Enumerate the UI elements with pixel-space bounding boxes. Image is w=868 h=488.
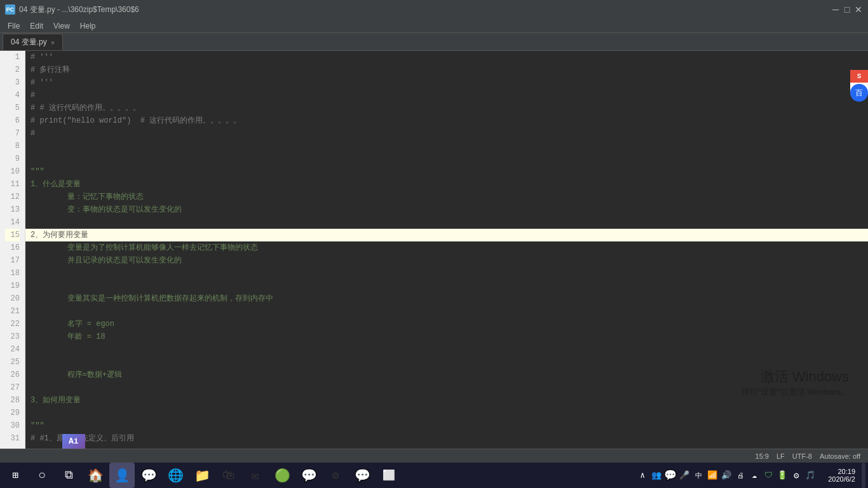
title-bar: PC 04 变量.py - ...\360zip$Temp\360$6 ─ □ …: [0, 0, 868, 19]
tray-settings[interactable]: ⚙: [790, 469, 803, 482]
search-button[interactable]: ○: [29, 463, 55, 488]
line-number: 4: [5, 89, 20, 102]
close-button[interactable]: ✕: [854, 5, 863, 14]
code-line: 并且记录的状态是可以发生变化的: [25, 254, 868, 267]
code-line: #: [25, 89, 868, 102]
taskbar-extra[interactable]: ⬜: [376, 463, 402, 488]
code-line: 2、为何要用变量: [25, 229, 868, 241]
system-clock[interactable]: 20:19 2020/6/2: [823, 468, 860, 483]
line-number: 7: [5, 127, 20, 140]
code-line: 年龄 = 18: [25, 330, 868, 343]
taskbar: ⊞ ○ ⧉ 🏠 👤 💬 🌐 📁 🛍 ✉ 🟢 💬 ⚙ 💬 ⬜ ∧ 👥 💬 🎤 中 …: [0, 463, 868, 488]
tab-file[interactable]: 04 变量.py ×: [3, 34, 63, 50]
line-number: 10: [5, 165, 20, 178]
line-number: 29: [5, 407, 20, 419]
tray-network[interactable]: 📶: [706, 469, 719, 482]
taskbar-chat[interactable]: 💬: [136, 463, 161, 488]
taskview-button[interactable]: ⧉: [56, 463, 81, 488]
line-number: 9: [5, 152, 20, 165]
code-line: # #1、原则: 先定义、后引用: [25, 432, 868, 445]
line-numbers: 1234567891011121314151617181920212223242…: [0, 51, 25, 449]
code-line: [25, 305, 868, 318]
line-number: 12: [5, 191, 20, 203]
code-line: 变量是为了控制计算机能够像人一样去记忆下事物的状态: [25, 241, 868, 254]
taskbar-mail[interactable]: ✉: [243, 463, 268, 488]
tray-music[interactable]: 🎵: [804, 469, 817, 482]
tray-shield[interactable]: 🛡: [762, 469, 775, 482]
taskbar-wechat[interactable]: 💬: [349, 463, 375, 488]
tab-close-button[interactable]: ×: [51, 39, 55, 46]
line-number: 2: [5, 64, 20, 76]
taskbar-folder[interactable]: 📁: [189, 463, 215, 488]
line-number: 31: [5, 432, 20, 445]
code-line: [25, 356, 868, 369]
code-editor[interactable]: # '''# 多行注释# '''## # 这行代码的作用。。。。。# print…: [25, 51, 868, 449]
code-line: # ''': [25, 51, 868, 64]
tray-chat[interactable]: 💬: [664, 469, 677, 482]
encoding: UTF-8: [792, 452, 812, 460]
tab-bar: 04 变量.py ×: [0, 33, 868, 51]
taskbar-green[interactable]: 🟢: [269, 463, 295, 488]
start-button[interactable]: ⊞: [3, 463, 28, 488]
taskbar-person[interactable]: 👤: [109, 463, 135, 488]
code-line: 变量其实是一种控制计算机把数据存起来的机制，存到内存中: [25, 292, 868, 305]
menu-file[interactable]: File: [3, 20, 25, 32]
taskbar-edge[interactable]: 🌐: [163, 463, 188, 488]
menu-help[interactable]: Help: [75, 20, 101, 32]
cursor-position: 15:9: [756, 452, 769, 460]
tray-volume[interactable]: 🔊: [720, 469, 733, 482]
menu-bar: File Edit View Help: [0, 19, 868, 33]
line-number: 21: [5, 305, 20, 318]
line-number: 6: [5, 114, 20, 127]
code-line: # ''': [25, 76, 868, 89]
tray-users[interactable]: 👥: [650, 469, 663, 482]
taskbar-explorer[interactable]: 🏠: [83, 463, 108, 488]
status-bar: 15:9 LF UTF-8 Autosave: off: [0, 449, 868, 463]
autosave-status: Autosave: off: [820, 452, 860, 460]
show-desktop[interactable]: [862, 463, 865, 488]
code-line: [25, 140, 868, 152]
taskbar-msg[interactable]: 💬: [296, 463, 322, 488]
tray-cloud[interactable]: ☁: [748, 469, 761, 482]
code-line: #: [25, 127, 868, 140]
code-line: 程序=数据+逻辑: [25, 369, 868, 381]
line-number: 14: [5, 216, 20, 229]
line-number: 26: [5, 369, 20, 381]
line-number: 27: [5, 381, 20, 394]
ai-badge[interactable]: Ai: [62, 434, 85, 449]
code-line: [25, 381, 868, 394]
tray-mic[interactable]: 🎤: [678, 469, 691, 482]
tray-print[interactable]: 🖨: [734, 469, 747, 482]
window-controls[interactable]: ─ □ ✕: [831, 5, 863, 14]
tray-keyboard[interactable]: 中: [692, 469, 705, 482]
window-title: 04 变量.py - ...\360zip$Temp\360$6: [19, 4, 831, 15]
line-number: 11: [5, 178, 20, 191]
line-number: 25: [5, 356, 20, 369]
tray-up[interactable]: ∧: [636, 469, 649, 482]
line-number: 13: [5, 203, 20, 216]
menu-view[interactable]: View: [48, 20, 75, 32]
baidu-icon[interactable]: 百: [850, 84, 868, 102]
code-line: [25, 216, 868, 229]
line-ending: LF: [776, 452, 785, 460]
code-line: """: [25, 419, 868, 432]
tray-battery[interactable]: 🔋: [776, 469, 789, 482]
code-line: 量：记忆下事物的状态: [25, 191, 868, 203]
code-line: 3、如何用变量: [25, 394, 868, 407]
line-number: 15: [5, 229, 20, 241]
menu-edit[interactable]: Edit: [25, 20, 48, 32]
taskbar-store[interactable]: 🛍: [216, 463, 241, 488]
code-line: [25, 407, 868, 419]
taskbar-pycharm[interactable]: ⚙: [323, 463, 348, 488]
line-number: 24: [5, 343, 20, 356]
minimize-button[interactable]: ─: [831, 5, 840, 14]
line-number: 22: [5, 318, 20, 330]
line-number: 17: [5, 254, 20, 267]
line-number: 23: [5, 330, 20, 343]
maximize-button[interactable]: □: [843, 5, 851, 14]
code-line: """: [25, 165, 868, 178]
tab-label: 04 变量.py: [11, 37, 47, 48]
line-number: 30: [5, 419, 20, 432]
s5-badge[interactable]: S: [850, 70, 868, 83]
code-line: 1、什么是变量: [25, 178, 868, 191]
